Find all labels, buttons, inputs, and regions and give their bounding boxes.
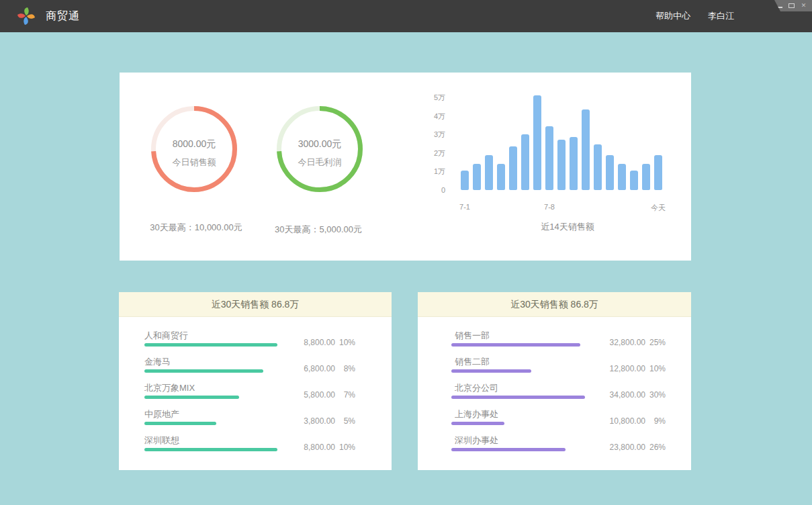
today-profit-label: 今日毛利润 bbox=[277, 156, 363, 169]
row-amount: 8,800.00 bbox=[281, 443, 335, 452]
sales-row: 中原地产3,800.005% bbox=[144, 408, 392, 434]
sales-row: 深圳联想8,800.0010% bbox=[144, 434, 392, 461]
row-bar bbox=[144, 422, 216, 425]
sales-row: 销售二部12,800.0010% bbox=[451, 356, 691, 382]
today-sales-donut-ring bbox=[151, 106, 237, 195]
y-axis-tick: 2万 bbox=[425, 148, 445, 158]
minimize-button[interactable] bbox=[776, 0, 783, 11]
bar bbox=[557, 140, 566, 190]
customers-card-title: 近30天销售额 86.8万 bbox=[119, 292, 392, 317]
titlebar: 商贸通 帮助中心 李白江 ✕ bbox=[0, 0, 812, 32]
y-axis-tick: 3万 bbox=[425, 130, 445, 140]
row-values: 10,800.009% bbox=[592, 416, 666, 426]
today-profit-caption: 30天最高：5,000.00元 bbox=[244, 224, 392, 236]
row-amount: 23,800.00 bbox=[592, 443, 645, 452]
row-percent: 9% bbox=[645, 416, 666, 426]
sales-row: 深圳办事处23,800.0026% bbox=[451, 434, 691, 461]
today-profit-donut-ring bbox=[277, 106, 363, 195]
row-bar bbox=[144, 343, 277, 347]
row-values: 6,800.008% bbox=[281, 364, 355, 373]
row-amount: 12,800.00 bbox=[592, 364, 645, 373]
bar bbox=[497, 164, 505, 190]
sales-row: 销售一部32,800.0025% bbox=[451, 330, 691, 356]
x-axis-tick: 今天 bbox=[651, 203, 666, 213]
row-amount: 3,800.00 bbox=[281, 416, 335, 426]
y-axis-tick: 0 bbox=[425, 186, 445, 194]
titlebar-menu: 帮助中心 李白江 bbox=[656, 0, 734, 32]
sales-row: 北京分公司34,800.0030% bbox=[451, 382, 691, 408]
row-bar bbox=[451, 396, 585, 399]
close-icon: ✕ bbox=[801, 3, 807, 9]
today-sales-donut: 8000.00元 今日销售额 bbox=[151, 106, 237, 192]
y-axis-tick: 4万 bbox=[425, 111, 445, 122]
app-title: 商贸通 bbox=[46, 0, 80, 32]
x-axis-tick: 7-8 bbox=[544, 203, 555, 211]
row-amount: 34,800.00 bbox=[592, 390, 645, 400]
row-amount: 8,800.00 bbox=[281, 338, 335, 347]
row-values: 5,800.007% bbox=[281, 390, 355, 400]
bar bbox=[521, 134, 529, 190]
departments-sales-card: 近30天销售额 86.8万 销售一部32,800.0025%销售二部12,800… bbox=[418, 292, 691, 470]
row-percent: 10% bbox=[645, 364, 666, 373]
row-amount: 10,800.00 bbox=[592, 416, 645, 426]
row-bar bbox=[451, 369, 531, 373]
minimize-icon bbox=[777, 7, 782, 8]
bar bbox=[618, 164, 626, 190]
row-bar bbox=[144, 369, 263, 373]
bar bbox=[630, 171, 638, 190]
maximize-button[interactable] bbox=[788, 0, 795, 11]
bar bbox=[533, 95, 541, 190]
overview-card: 8000.00元 今日销售额 30天最高：10,000.00元 3000.00元… bbox=[120, 73, 691, 261]
row-bar bbox=[451, 448, 566, 451]
sales-row: 上海办事处10,800.009% bbox=[451, 408, 691, 434]
row-percent: 10% bbox=[335, 338, 355, 347]
app-window: 商贸通 帮助中心 李白江 ✕ 8000.00元 今日销售额 30天最高：10,0… bbox=[0, 0, 812, 505]
row-bar bbox=[144, 396, 239, 399]
today-profit-value: 3000.00元 bbox=[277, 138, 363, 150]
departments-card-title: 近30天销售额 86.8万 bbox=[418, 292, 691, 317]
row-amount: 6,800.00 bbox=[281, 364, 335, 373]
bar bbox=[473, 164, 481, 190]
sales-14d-caption: 近14天销售额 bbox=[521, 221, 615, 233]
row-values: 8,800.0010% bbox=[281, 338, 355, 347]
window-controls: ✕ bbox=[774, 0, 812, 11]
row-percent: 30% bbox=[645, 390, 666, 400]
row-values: 32,800.0025% bbox=[592, 338, 666, 347]
today-profit-donut: 3000.00元 今日毛利润 bbox=[277, 106, 363, 192]
bar bbox=[582, 109, 590, 190]
row-percent: 8% bbox=[335, 364, 355, 373]
row-percent: 10% bbox=[335, 443, 355, 452]
bar bbox=[654, 155, 662, 190]
sales-row: 金海马6,800.008% bbox=[144, 356, 392, 382]
help-center-link[interactable]: 帮助中心 bbox=[656, 10, 690, 22]
customers-sales-card: 近30天销售额 86.8万 人和商贸行8,800.0010%金海马6,800.0… bbox=[119, 292, 392, 470]
bar bbox=[642, 164, 650, 190]
maximize-icon bbox=[788, 3, 795, 8]
x-axis-tick: 7-1 bbox=[459, 203, 470, 211]
bar-series bbox=[461, 95, 662, 190]
row-values: 34,800.0030% bbox=[592, 390, 666, 400]
row-bar bbox=[451, 422, 504, 425]
bar bbox=[485, 155, 493, 190]
departments-row-list: 销售一部32,800.0025%销售二部12,800.0010%北京分公司34,… bbox=[418, 317, 691, 461]
row-values: 3,800.005% bbox=[281, 416, 355, 426]
y-axis-tick: 5万 bbox=[425, 93, 445, 103]
row-values: 12,800.0010% bbox=[592, 364, 666, 373]
today-sales-label: 今日销售额 bbox=[151, 156, 237, 169]
row-bar bbox=[451, 343, 580, 347]
user-menu[interactable]: 李白江 bbox=[708, 10, 734, 22]
bar bbox=[461, 171, 469, 190]
row-bar bbox=[144, 448, 277, 451]
row-amount: 5,800.00 bbox=[281, 390, 335, 400]
close-button[interactable]: ✕ bbox=[800, 0, 807, 11]
y-axis-tick: 1万 bbox=[425, 167, 445, 177]
bar bbox=[509, 146, 517, 190]
row-values: 8,800.0010% bbox=[281, 443, 355, 452]
today-sales-value: 8000.00元 bbox=[151, 138, 237, 150]
customers-row-list: 人和商贸行8,800.0010%金海马6,800.008%北京万象MIX5,80… bbox=[119, 317, 392, 461]
row-percent: 7% bbox=[335, 390, 355, 400]
sales-row: 北京万象MIX5,800.007% bbox=[144, 382, 392, 408]
bar bbox=[606, 155, 614, 190]
bar bbox=[594, 144, 602, 190]
bar bbox=[545, 126, 553, 190]
